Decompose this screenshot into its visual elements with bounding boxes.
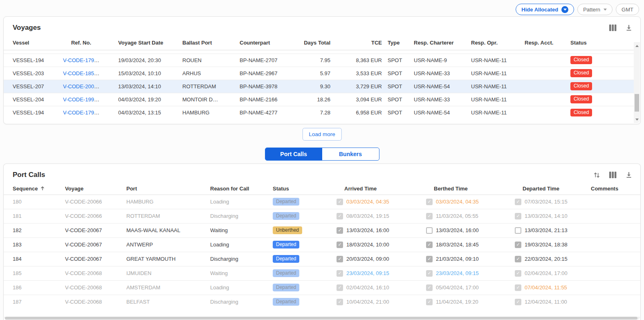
voyage-row[interactable]: VESSEL-203V-CODE-18500915/03/2024, 10:10…	[4, 67, 634, 80]
hide-allocated-button[interactable]: Hide Allocated	[516, 4, 574, 15]
port-call-row[interactable]: 180V-CODE-20066HAMBURGLoadingDeparted✓03…	[4, 195, 640, 209]
column-header-days-total[interactable]: Days Total	[301, 36, 336, 50]
voyage-ref-link[interactable]: V-CODE-20067	[63, 83, 100, 90]
column-header-resp-charterer[interactable]: Resp. Charterer	[414, 36, 471, 50]
cell-sequence: 180	[4, 195, 65, 209]
cell-sequence: 184	[4, 252, 65, 266]
load-more-button[interactable]: Load more	[302, 128, 342, 141]
voyage-ref-link[interactable]: V-CODE-179021	[63, 57, 103, 63]
arrived-checkbox[interactable]: ✓	[337, 242, 343, 248]
download-icon[interactable]	[626, 25, 632, 31]
column-header-type[interactable]: Type	[388, 36, 414, 50]
departed-checkbox[interactable]: ✓	[515, 199, 521, 205]
column-header-status[interactable]: Status	[570, 36, 634, 50]
cell-comments	[591, 209, 640, 223]
scroll-up-icon[interactable]	[634, 43, 640, 49]
cell-status: Departed	[273, 195, 337, 209]
cell-days-total: 5.97	[301, 67, 336, 80]
column-header-arrived-time[interactable]: Arrived Time	[337, 183, 426, 195]
column-header-port[interactable]: Port	[126, 183, 210, 195]
berthed-checkbox[interactable]: ✓	[426, 284, 433, 291]
port-call-row[interactable]: 184V-CODE-20067GREAT YARMOUTHDischarging…	[4, 252, 640, 266]
column-header-vessel[interactable]: Vessel	[4, 36, 63, 50]
departed-checkbox[interactable]: ✓	[515, 299, 521, 305]
port-call-row[interactable]: 185V-CODE-20068IJMUIDENWaitingDeparted✓2…	[4, 266, 640, 280]
column-header-tce[interactable]: TCE	[336, 36, 388, 50]
departed-time: 13/03/2024, 21:13	[525, 227, 568, 233]
berthed-checkbox[interactable]: ✓	[426, 299, 433, 305]
pattern-button[interactable]: Pattern	[577, 4, 613, 15]
column-header-status[interactable]: Status	[273, 183, 337, 195]
cell-type: SPOT	[388, 93, 414, 106]
port-call-row[interactable]: 182V-CODE-20067MAAS-WAAL KANAALWaitingUn…	[4, 223, 640, 237]
voyage-ref-link[interactable]: V-CODE-179019	[63, 110, 103, 116]
port-call-row[interactable]: 187V-CODE-20068BELFASTDischargingDeparte…	[4, 295, 640, 309]
voyage-row[interactable]: VESSEL-207V-CODE-2006713/03/2024, 14:10R…	[4, 80, 634, 93]
scrollbar-thumb[interactable]	[635, 94, 639, 112]
column-header-counterpart[interactable]: Counterpart	[240, 36, 301, 50]
departed-checkbox[interactable]: ✓	[515, 213, 521, 219]
arrived-checkbox[interactable]: ✓	[337, 256, 343, 262]
cell-port: HAMBURG	[126, 195, 210, 209]
column-header-voyage-start-date[interactable]: Voyage Start Date	[118, 36, 182, 50]
column-header-berthed-time[interactable]: Berthed Time	[426, 183, 515, 195]
scroll-down-icon[interactable]	[634, 116, 640, 122]
port-call-row[interactable]: 181V-CODE-20066ROTTERDAMDischargingDepar…	[4, 209, 640, 223]
voyage-row[interactable]: VESSEL-194V-CODE-17901904/03/2024, 13:15…	[4, 106, 634, 119]
departed-checkbox[interactable]: ✓	[515, 256, 521, 262]
port-call-row[interactable]: 186V-CODE-20068AMSTERDAMLoadingDeparted✓…	[4, 280, 640, 295]
departed-checkbox[interactable]: ✓	[515, 242, 521, 248]
sort-icon[interactable]	[593, 172, 600, 179]
voyage-ref-link[interactable]: V-CODE-199048	[63, 96, 103, 103]
departed-checkbox[interactable]: ✓	[515, 284, 521, 291]
departed-time: 13/03/2024, 14:10	[525, 213, 568, 219]
column-header-voyage[interactable]: Voyage	[65, 183, 126, 195]
cell-ballast-port: ROTTERDAM	[182, 80, 240, 93]
horizontal-scrollbar[interactable]	[4, 317, 640, 320]
departed-checkbox[interactable]	[515, 227, 521, 234]
voyage-row[interactable]: VESSEL-204V-CODE-19904804/03/2024, 19:20…	[4, 93, 634, 106]
voyage-row[interactable]: VESSEL-194V-CODE-17902119/03/2024, 20:30…	[4, 54, 634, 67]
cell-sequence: 181	[4, 209, 65, 223]
arrived-checkbox[interactable]: ✓	[337, 299, 343, 305]
arrived-checkbox[interactable]: ✓	[337, 199, 343, 205]
columns-icon[interactable]	[609, 172, 617, 178]
cell-arrived: ✓18/03/2024, 10:00	[337, 237, 426, 252]
tab-bunkers[interactable]: Bunkers	[322, 148, 379, 160]
arrived-checkbox[interactable]: ✓	[337, 284, 343, 291]
port-calls-title: Port Calls	[9, 171, 45, 179]
berthed-checkbox[interactable]	[426, 227, 433, 234]
column-header-ballast-port[interactable]: Ballast Port	[182, 36, 240, 50]
berthed-checkbox[interactable]: ✓	[426, 242, 433, 248]
column-header-ref-no-[interactable]: Ref. No.	[63, 36, 118, 50]
port-call-row[interactable]: 183V-CODE-20067ANTWERPLoadingDeparted✓18…	[4, 237, 640, 252]
column-header-departed-time[interactable]: Departed Time	[515, 183, 591, 195]
column-header-reason-for-call[interactable]: Reason for Call	[210, 183, 273, 195]
berthed-value: ✓11/04/2024, 19:20	[426, 299, 511, 305]
berthed-checkbox[interactable]: ✓	[426, 199, 433, 205]
column-header-resp-opr-[interactable]: Resp. Opr.	[471, 36, 525, 50]
download-icon[interactable]	[626, 172, 632, 178]
column-header-resp-acct-[interactable]: Resp. Acct.	[525, 36, 570, 50]
berthed-time: 11/04/2024, 19:20	[436, 299, 478, 305]
arrived-time: 20/03/2024, 09:00	[346, 256, 389, 262]
berthed-checkbox[interactable]: ✓	[426, 256, 433, 262]
arrived-checkbox[interactable]: ✓	[337, 213, 343, 219]
vertical-scrollbar[interactable]	[634, 42, 640, 123]
gmt-button[interactable]: GMT	[616, 4, 639, 15]
arrived-checkbox[interactable]: ✓	[337, 227, 343, 234]
tab-port-calls[interactable]: Port Calls	[265, 148, 322, 160]
cell-counterpart: BP-NAME-2707	[240, 54, 301, 67]
berthed-checkbox[interactable]: ✓	[426, 270, 433, 277]
departed-checkbox[interactable]: ✓	[515, 270, 521, 277]
scrollbar-thumb[interactable]	[5, 317, 637, 320]
departed-time: 02/04/2024, 17:00	[525, 270, 568, 276]
berthed-checkbox[interactable]: ✓	[426, 213, 433, 219]
voyage-ref-link[interactable]: V-CODE-185009	[63, 70, 103, 76]
arrived-checkbox[interactable]: ✓	[337, 270, 343, 277]
departed-value: ✓12/04/2024, 11:00	[515, 299, 587, 305]
columns-icon[interactable]	[609, 25, 617, 31]
column-label: Departed Time	[523, 186, 559, 192]
column-header-sequence[interactable]: Sequence	[4, 183, 65, 195]
column-header-comments[interactable]: Comments	[591, 183, 640, 195]
